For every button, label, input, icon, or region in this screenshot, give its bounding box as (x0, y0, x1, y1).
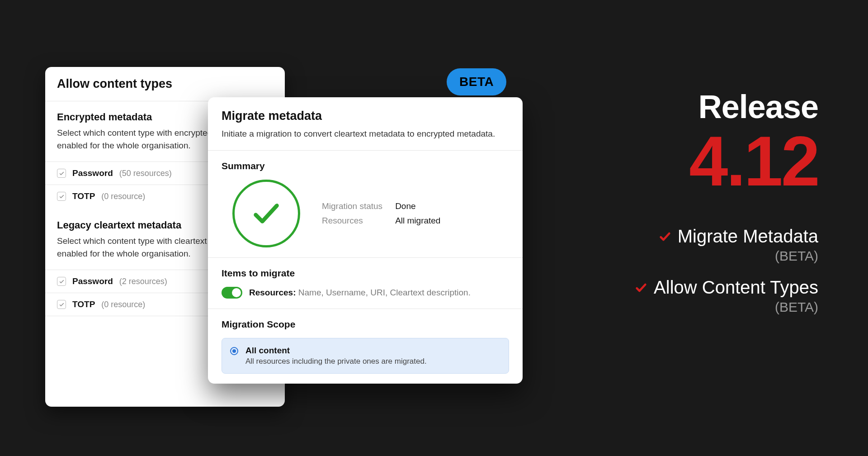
row-count: (50 resources) (119, 169, 172, 178)
row-count: (0 resource) (101, 192, 145, 201)
feature-title: Migrate Metadata (678, 226, 818, 247)
beta-badge: BETA (447, 68, 506, 95)
checkbox-checked-icon[interactable] (57, 192, 66, 201)
resources-toggle[interactable] (222, 287, 242, 299)
status-value: Done (395, 201, 440, 211)
feature-sub: (BETA) (775, 248, 818, 264)
checkbox-checked-icon[interactable] (57, 169, 66, 178)
status-label: Migration status (322, 201, 382, 211)
row-label: Password (72, 168, 113, 178)
summary-section: Summary Migration status Done Resources … (208, 150, 523, 257)
success-check-icon (232, 180, 300, 247)
resources-label: Resources (322, 216, 382, 226)
allow-card-title: Allow content types (57, 77, 273, 91)
feature-title: Allow Content Types (654, 277, 818, 298)
resources-value: All migrated (395, 216, 440, 226)
feature-allow-content-types: Allow Content Types (BETA) (635, 277, 818, 315)
radio-selected-icon[interactable] (230, 347, 238, 355)
release-version: 4.12 (565, 128, 818, 195)
scope-option-all[interactable]: All content All resources including the … (222, 338, 509, 374)
row-label: TOTP (72, 191, 95, 201)
row-count: (2 resources) (119, 277, 167, 286)
items-value: Name, Username, URI, Cleartext descripti… (296, 288, 471, 297)
summary-heading: Summary (222, 161, 509, 171)
scope-heading: Migration Scope (222, 319, 509, 330)
scope-option-title: All content (245, 346, 427, 356)
checkbox-checked-icon[interactable] (57, 277, 66, 286)
row-label: TOTP (72, 299, 95, 309)
items-label: Resources: (249, 288, 296, 297)
migrate-desc: Initiate a migration to convert cleartex… (222, 128, 509, 140)
release-word: Release (565, 88, 818, 125)
migrate-metadata-card: Migrate metadata Initiate a migration to… (208, 97, 523, 384)
release-panel: Release 4.12 Migrate Metadata (BETA) All… (565, 88, 818, 315)
row-count: (0 resource) (101, 300, 145, 309)
scope-section: Migration Scope All content All resource… (208, 309, 523, 384)
row-label: Password (72, 276, 113, 286)
feature-migrate-metadata: Migrate Metadata (BETA) (659, 226, 818, 264)
items-heading: Items to migrate (222, 268, 509, 279)
check-icon (635, 281, 647, 294)
check-icon (659, 230, 671, 243)
scope-option-desc: All resources including the private ones… (245, 357, 427, 366)
items-section: Items to migrate Resources: Name, Userna… (208, 257, 523, 309)
feature-sub: (BETA) (775, 299, 818, 315)
checkbox-checked-icon[interactable] (57, 300, 66, 309)
migrate-title: Migrate metadata (222, 109, 509, 123)
